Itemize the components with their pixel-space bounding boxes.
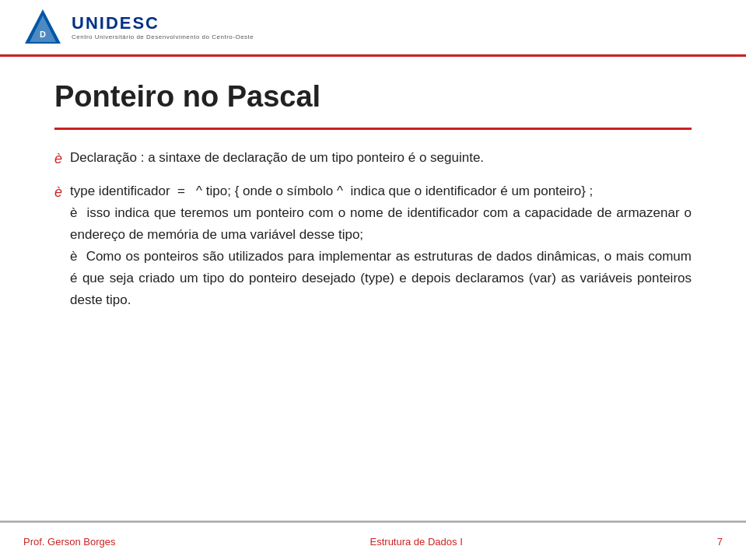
footer-center: Estrutura de Dados I xyxy=(370,536,463,548)
bullet-item-2: è type identificador = ^ tipo; { onde o … xyxy=(54,180,692,311)
bullet-symbol-1: è xyxy=(54,148,62,171)
footer: Prof. Gerson Borges Estrutura de Dados I… xyxy=(0,521,746,560)
logo-name: UNIDESC xyxy=(72,13,254,33)
slide-title: Ponteiro no Pascal xyxy=(54,80,692,114)
logo-text: UNIDESC Centro Universitário de Desenvol… xyxy=(72,13,254,40)
bullet-text-2: type identificador = ^ tipo; { onde o sí… xyxy=(70,180,692,311)
header: D UNIDESC Centro Universitário de Desenv… xyxy=(0,0,746,54)
svg-text:D: D xyxy=(40,30,46,39)
title-underline xyxy=(54,128,692,130)
logo-subtitle: Centro Universitário de Desenvolvimento … xyxy=(72,33,254,40)
footer-right: 7 xyxy=(717,536,723,548)
logo-container: D UNIDESC Centro Universitário de Desenv… xyxy=(23,8,254,47)
bullet-section: è Declaração : a sintaxe de declaração d… xyxy=(54,147,692,311)
slide-content: Ponteiro no Pascal è Declaração : a sint… xyxy=(39,57,707,517)
bullet-item-1: è Declaração : a sintaxe de declaração d… xyxy=(54,147,692,171)
footer-left: Prof. Gerson Borges xyxy=(23,536,116,548)
bullet-text-1: Declaração : a sintaxe de declaração de … xyxy=(70,147,692,169)
bullet-symbol-2: è xyxy=(54,181,62,205)
logo-icon: D xyxy=(23,8,62,47)
